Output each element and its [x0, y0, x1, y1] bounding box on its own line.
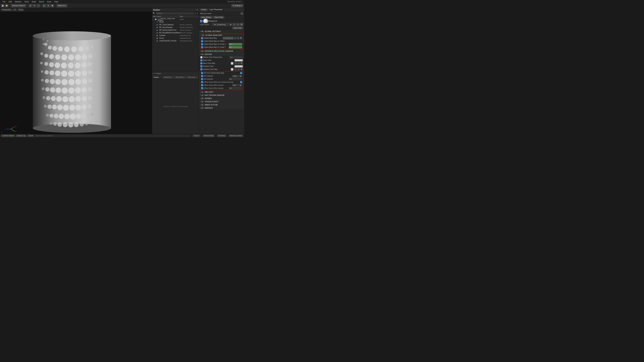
lit-btn[interactable]: Lit [13, 8, 17, 11]
diffuse-ramp-input[interactable] [230, 56, 243, 58]
shadow-map-btn-1[interactable]: ↗ [234, 68, 237, 70]
tree-item-color-cal[interactable]: ◉ BP_ColorCalibrator Edit BP_ColorCali..… [152, 23, 199, 26]
tree-item-focus[interactable]: ◉ Focus StaticMeshActor [152, 37, 199, 39]
stop-btn[interactable]: ⏹ [51, 4, 54, 7]
save-child-btn[interactable]: Save Child [213, 16, 224, 18]
ramp-offset-channel-check[interactable] [201, 84, 203, 86]
tab-world-set[interactable]: World Set... [174, 76, 186, 79]
tab-details[interactable]: Details ✕ [152, 76, 162, 79]
diffuse-header[interactable]: ▾ 10 - DIFFUSE [199, 53, 244, 56]
base-map-btn-3[interactable]: 🔍 [240, 62, 243, 64]
uv-scale-x-input[interactable] [229, 43, 242, 45]
tab-world-pa[interactable]: World Pa... [163, 76, 174, 79]
ao-channel-dropdown[interactable]: Alpha Red Green Blue [232, 75, 242, 77]
outliner-close-btn[interactable]: ✕ [196, 9, 198, 11]
asset-btn-3[interactable]: 🔍 [240, 23, 243, 26]
mask-tex-btn-2[interactable]: ✕ [237, 37, 239, 39]
shadow-color-swatch[interactable] [234, 65, 243, 67]
ao-channel-check[interactable] [201, 75, 203, 77]
platforms-btn[interactable]: Platforms ▾ [56, 4, 67, 7]
normal-header[interactable]: ▸ 20 - NORMAL [199, 97, 244, 100]
menu-actor[interactable]: Actor [46, 0, 53, 3]
tree-item-look-dev-tool[interactable]: ◉ BP_MooaLookDevTool Edit BP_MooaLo... [152, 29, 199, 31]
menu-help[interactable]: Help [53, 0, 60, 3]
uv-scale-y-input[interactable] [229, 46, 242, 48]
output-log-btn[interactable]: Output Log [16, 134, 26, 137]
menu-window[interactable]: Window [14, 0, 23, 3]
ramp-offset-mask-check[interactable] [201, 81, 203, 83]
base-map-btn-2[interactable]: ✕ [238, 62, 240, 64]
outliner-options-icon[interactable]: ⊞ [195, 12, 196, 14]
selection-mode-btn[interactable]: Selection Mode ▾ [11, 4, 26, 7]
outliner-search-input[interactable] [156, 12, 194, 14]
cmd-input[interactable] [35, 135, 190, 137]
menu-select[interactable]: Select [38, 0, 46, 3]
tree-item-world-editor[interactable]: ▾ 🌍 L_LookDev_UnityChan (Editor) World [152, 18, 199, 21]
base-color-map-check[interactable] [200, 62, 202, 64]
translucency-header[interactable]: ▸ 21 - TRANSLUCENCY [199, 100, 244, 103]
emissive-header[interactable]: ▸ 23 - EMISSIVE [199, 106, 244, 109]
shadow-color-check[interactable] [200, 65, 202, 67]
ramp-offset-intensity-input[interactable] [229, 87, 242, 89]
save-sibling-btn[interactable]: Save Sibling [200, 16, 212, 18]
ao-intensity-input[interactable] [229, 78, 242, 80]
global-settings-header[interactable]: ▸ 00 - GLOBAL SETTINGS [199, 30, 244, 33]
save-child-secondary-btn[interactable]: Save Child [232, 27, 243, 29]
play-btn[interactable]: ▶ [42, 4, 46, 7]
layer-asset-dropdown[interactable]: ML_ToonBesicsp... [212, 23, 232, 26]
content-drawer-btn[interactable]: Content Drawer [1, 134, 15, 137]
save-btn[interactable]: 💾 [1, 4, 4, 7]
uv-scale-x-check[interactable] [201, 43, 203, 45]
perspective-btn[interactable]: Perspective [1, 8, 12, 11]
layer-checkbox[interactable] [200, 20, 202, 22]
uv-scale-y-check[interactable] [201, 46, 203, 48]
rp-info-btn[interactable]: ℹ [240, 12, 243, 15]
ao-intensity-check[interactable] [201, 78, 203, 80]
shadow-map-btn-2[interactable]: ✕ [238, 68, 240, 70]
global-mask-map-check[interactable] [201, 37, 203, 39]
revision-control-btn[interactable]: Revision Control [228, 134, 243, 137]
viewport-content[interactable]: X Y Z [0, 12, 152, 134]
viewport[interactable]: Perspective Lit Show G C L + S ⊕ 1/2 1/1… [0, 8, 152, 134]
rp-tab-details[interactable]: Details [200, 8, 208, 11]
menu-edit[interactable]: Edit [8, 0, 13, 3]
pause-btn[interactable]: ⏸ [46, 4, 50, 7]
distance-field-header[interactable]: ▸ 03 - DISTANCE FIELD FACIAL SHADOW [199, 50, 244, 53]
translate-btn[interactable]: ⊕ [29, 4, 32, 7]
menu-build[interactable]: Build [30, 0, 37, 3]
base-color-check[interactable] [200, 59, 202, 61]
menu-file[interactable]: File [1, 0, 7, 3]
base-color-swatch[interactable] [234, 59, 243, 61]
inner-outline-header[interactable]: ▸ 22 - INNER OUTLINE [199, 103, 244, 106]
mask-tex-btn-3[interactable]: 🔍 [240, 37, 242, 39]
settings-btn[interactable]: ⚙ Settings ▾ [232, 4, 243, 7]
tree-item-demo-display[interactable]: ◉ BP_DemoDisplay Edit BP_DemoDisp... [152, 26, 199, 29]
scale-btn[interactable]: ⤢ [37, 4, 40, 7]
tree-item-unitychan[interactable]: ◉ UnityChaniSD_Houdini SkeletalMeshActor [152, 39, 199, 42]
ramp-offset-mask-val-check[interactable] [240, 81, 242, 83]
diffuse-ramp-check[interactable] [200, 56, 202, 58]
menu-tools[interactable]: Tools [23, 0, 30, 3]
show-btn[interactable]: Show [18, 8, 24, 11]
trace-btn[interactable]: Trace ▾ [192, 134, 200, 137]
uv-offset-check[interactable] [201, 40, 203, 42]
tab-pixel-insp[interactable]: Pixel Insp... [186, 76, 198, 79]
ramp-offset-intensity-check[interactable] [201, 87, 203, 89]
ao-from-mask-check[interactable] [201, 72, 203, 74]
rp-tab-layer-params[interactable]: Layer Parameters [208, 8, 224, 11]
rotate-btn[interactable]: ↺ [33, 4, 36, 7]
base-map-btn-1[interactable]: ↗ [234, 62, 237, 64]
rim-light-header[interactable]: ▸ 11 - RIM LIGHT [199, 90, 244, 93]
asset-btn-1[interactable]: ↗ [233, 23, 236, 26]
ao-from-mask-val-check[interactable] [240, 72, 242, 74]
tree-item-cylinder[interactable]: ◉ Cylinder StaticMeshActor [152, 34, 199, 37]
tree-item-math-preview[interactable]: ◉ BP_MooaMathPreviewMesh Edit BP_MooaMa.… [152, 31, 199, 34]
global-mask-texture[interactable]: T_FP_OutlineGradi... [223, 37, 233, 39]
global-mask-header[interactable]: ▾ 01 - GLOBAL MASK MAP [200, 34, 244, 37]
tab-details-close[interactable]: ✕ [160, 76, 161, 78]
asset-btn-2[interactable]: ✕ [236, 23, 240, 26]
shadow-color-map-check[interactable] [200, 68, 202, 70]
mask-tex-btn-1[interactable]: ↗ [234, 37, 236, 39]
ramp-offset-channel-dropdown[interactable]: Blue Alpha Red Green [232, 84, 242, 86]
layer-item-background[interactable]: Background [199, 19, 244, 23]
